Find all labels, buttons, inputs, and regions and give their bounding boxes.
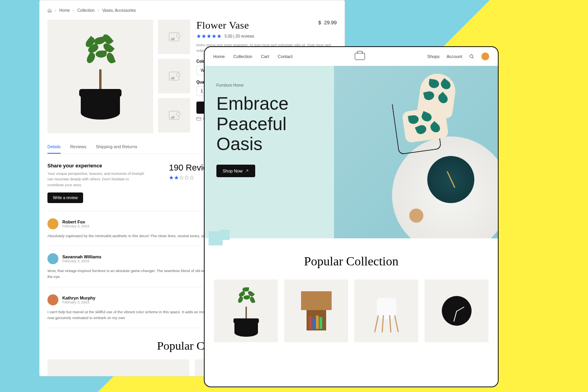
star-icon — [174, 175, 179, 180]
shelf-icon — [301, 291, 332, 330]
card-icon — [196, 117, 201, 121]
product-gallery — [47, 20, 190, 133]
plate-illustration — [427, 156, 474, 203]
star-icon — [217, 34, 221, 38]
avatar — [47, 253, 58, 264]
breadcrumb-home[interactable]: Home — [59, 8, 70, 13]
popular-section: Popular Collection — [205, 238, 498, 342]
review-name: Kathryn Murphy — [62, 296, 95, 300]
write-review-button[interactable]: Write a review — [47, 192, 83, 203]
image-placeholder-icon — [169, 33, 179, 41]
decor-square — [220, 230, 230, 240]
chevron-icon: › — [55, 8, 56, 13]
plant-icon — [232, 285, 260, 337]
star-icon — [196, 34, 201, 38]
review-date: February 3, 2023 — [62, 224, 89, 228]
breadcrumb-current: Vases, Accessories — [102, 8, 136, 13]
shop-now-button[interactable]: Shop Now — [216, 165, 255, 177]
share-text: Your unique perspective, lessons, and mo… — [47, 171, 145, 188]
chair-illustration — [400, 74, 455, 152]
review-name: Robert Fox — [62, 220, 89, 224]
rating-row: 5.00 | 20 reviews — [196, 34, 337, 38]
popular-grid — [214, 279, 488, 342]
svg-rect-0 — [197, 117, 201, 120]
star-outline-icon — [179, 175, 184, 180]
hero-left: Furniture Home EmbracePeacefulOasis Shop… — [205, 66, 334, 238]
topbar: Home Collection Cart Contact Shops Accou… — [205, 47, 498, 66]
nav-left: Home Collection Cart Contact — [213, 54, 292, 59]
hero: Furniture Home EmbracePeacefulOasis Shop… — [205, 66, 498, 238]
star-icon — [212, 34, 216, 38]
popular-title: Popular Collection — [214, 254, 488, 269]
chair-icon — [373, 289, 400, 332]
cup-illustration — [409, 209, 423, 223]
thumbnail[interactable] — [158, 98, 190, 132]
rating-text: 5.00 | 20 reviews — [225, 34, 254, 38]
star-outline-icon — [184, 175, 189, 180]
svg-point-2 — [470, 54, 473, 58]
hero-right — [334, 66, 498, 238]
arrow-icon — [245, 169, 249, 173]
home-icon[interactable] — [47, 8, 52, 13]
tab-shipping[interactable]: Shipping and Returns — [96, 144, 137, 154]
star-icon — [169, 175, 174, 180]
thumbnail-list — [158, 20, 190, 133]
product-price: $ 29.99 — [318, 20, 337, 25]
review-date: February 3, 2023 — [62, 259, 102, 263]
avatar[interactable] — [481, 53, 489, 60]
tab-details[interactable]: Details — [47, 144, 61, 154]
clock-icon — [442, 296, 472, 326]
logo[interactable] — [292, 53, 427, 60]
hero-title: EmbracePeacefulOasis — [216, 94, 334, 154]
avatar — [47, 218, 58, 229]
hero-tag: Furniture Home — [216, 83, 334, 87]
popular-card-shelf[interactable] — [284, 279, 348, 342]
plant-illustration — [77, 33, 124, 120]
nav-right: Shops Account — [427, 53, 489, 60]
popular-card[interactable] — [47, 359, 189, 376]
popular-card-chair[interactable] — [354, 279, 418, 342]
nav-shops[interactable]: Shops — [427, 54, 439, 59]
star-icon — [201, 34, 206, 38]
popular-card-vase[interactable] — [214, 279, 278, 342]
svg-line-3 — [472, 57, 474, 58]
review-name: Savannah Williams — [62, 254, 102, 259]
svg-line-4 — [246, 170, 248, 172]
breadcrumb-collection[interactable]: Collection — [77, 8, 94, 13]
landing-frame: Home Collection Cart Contact Shops Accou… — [204, 46, 499, 387]
chevron-icon: › — [73, 8, 74, 13]
nav-collection[interactable]: Collection — [233, 54, 252, 59]
nav-home[interactable]: Home — [213, 54, 225, 59]
logo-icon — [355, 53, 365, 60]
share-title: Share your experience — [47, 163, 145, 169]
nav-cart[interactable]: Cart — [261, 54, 269, 59]
quantity-value: 1 — [201, 89, 203, 93]
image-placeholder-icon — [169, 72, 179, 80]
thumbnail[interactable] — [158, 59, 190, 93]
star-rating — [196, 34, 221, 38]
tab-reviews[interactable]: Reviews — [70, 144, 87, 154]
main-product-image[interactable] — [47, 20, 153, 133]
thumbnail[interactable] — [158, 20, 190, 54]
breadcrumb: › Home › Collection › Vases, Accessories — [47, 8, 337, 13]
image-placeholder-icon — [169, 111, 179, 120]
popular-card-clock[interactable] — [425, 279, 488, 342]
star-outline-icon — [189, 175, 194, 180]
nav-account[interactable]: Account — [446, 54, 462, 59]
search-icon[interactable] — [469, 54, 474, 59]
review-date: February 3, 2023 — [62, 300, 95, 304]
chevron-icon: › — [98, 8, 99, 13]
nav-contact[interactable]: Contact — [278, 54, 292, 59]
avatar — [47, 294, 58, 305]
star-icon — [207, 34, 211, 38]
product-title: Flower Vase — [196, 20, 249, 31]
